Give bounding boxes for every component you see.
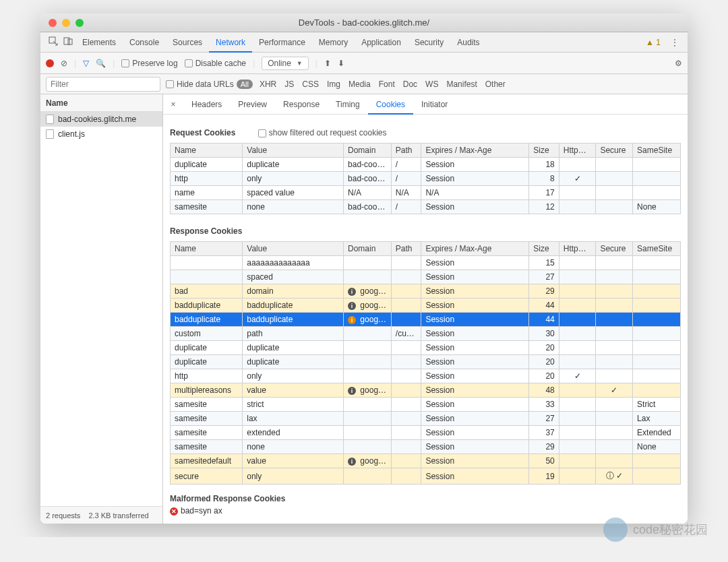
col-header[interactable]: HttpO… (559, 144, 596, 158)
tab-memory[interactable]: Memory (312, 32, 355, 53)
filter-type-img[interactable]: Img (327, 80, 340, 89)
filter-type-other[interactable]: Other (485, 80, 506, 89)
filter-input[interactable] (46, 77, 160, 92)
col-header[interactable]: Value (243, 144, 344, 158)
disable-cache-checkbox[interactable]: Disable cache (185, 59, 246, 68)
col-header[interactable]: SameSite (633, 144, 681, 158)
request-item[interactable]: client.js (40, 127, 162, 142)
inspect-icon[interactable] (46, 36, 61, 48)
cookie-row[interactable]: spacedSession27 (171, 270, 681, 284)
tab-network[interactable]: Network (209, 32, 252, 53)
tab-console[interactable]: Console (123, 32, 166, 53)
cookie-row[interactable]: duplicateduplicateSession20 (171, 355, 681, 369)
col-header[interactable]: Expires / Max-Age (421, 242, 529, 256)
device-toggle-icon[interactable] (61, 36, 75, 48)
tab-performance[interactable]: Performance (252, 32, 312, 53)
close-details-icon[interactable]: × (163, 100, 183, 109)
col-header[interactable]: SameSite (633, 242, 681, 256)
subtab-initiator[interactable]: Initiator (413, 94, 456, 115)
filter-type-doc[interactable]: Doc (403, 80, 417, 89)
col-header[interactable]: Path (391, 242, 421, 256)
cookie-row[interactable]: samesitedefaultvaluei googl…Session50 (171, 454, 681, 468)
upload-har-icon[interactable]: ⬆ (324, 59, 331, 68)
cookie-row[interactable]: custompath/cu…Session30 (171, 327, 681, 341)
cookie-row[interactable]: samesitenonebad-coo…/Session12None (171, 200, 681, 214)
cookie-row[interactable]: samesitenoneSession29None (171, 440, 681, 454)
throttling-select[interactable]: Online▼ (262, 57, 309, 70)
tab-application[interactable]: Application (355, 32, 408, 53)
show-filtered-checkbox[interactable]: show filtered out request cookies (258, 128, 387, 137)
watermark: code秘密花园 (603, 518, 708, 537)
col-header[interactable]: Name (171, 242, 243, 256)
info-icon: i (348, 302, 356, 310)
col-header[interactable]: Path (391, 144, 421, 158)
cookie-row[interactable]: duplicateduplicateSession20 (171, 341, 681, 355)
info-icon: i (348, 458, 356, 466)
filter-bar: Hide data URLs All XHRJSCSSImgMediaFontD… (40, 74, 688, 94)
maximize-window-icon[interactable] (75, 19, 84, 27)
close-window-icon[interactable] (49, 19, 57, 27)
record-button[interactable] (46, 59, 54, 67)
tab-audits[interactable]: Audits (450, 32, 486, 53)
cookie-row[interactable]: multiplereasonsvaluei googl…Session48✓ (171, 383, 681, 398)
filter-type-media[interactable]: Media (348, 80, 371, 89)
filter-type-js[interactable]: JS (284, 80, 294, 89)
titlebar: DevTools - bad-cookies.glitch.me/ (40, 13, 688, 32)
preserve-log-checkbox[interactable]: Preserve log (121, 59, 177, 68)
col-header[interactable]: Domain (344, 144, 392, 158)
cookie-row[interactable]: secureonlySession19ⓘ ✓ (171, 468, 681, 485)
request-cookies-table[interactable]: NameValueDomainPathExpires / Max-AgeSize… (170, 143, 681, 214)
tab-security[interactable]: Security (408, 32, 450, 53)
file-icon (46, 129, 54, 139)
cookie-row[interactable]: httponlySession20✓ (171, 369, 681, 383)
filter-type-font[interactable]: Font (379, 80, 395, 89)
col-header[interactable]: Size (529, 242, 559, 256)
col-header[interactable]: HttpO… (559, 242, 596, 256)
response-cookies-header: Response Cookies (170, 226, 681, 236)
cookie-row[interactable]: aaaaaaaaaaaaaaSession15 (171, 256, 681, 270)
settings-icon[interactable]: ⚙ (675, 59, 682, 68)
subtab-timing[interactable]: Timing (328, 94, 368, 115)
cookie-row[interactable]: samesitelaxSession27Lax (171, 412, 681, 426)
col-header[interactable]: Secure (596, 242, 633, 256)
filter-toggle-icon[interactable]: ▽ (83, 59, 89, 68)
hide-data-urls-checkbox[interactable]: Hide data URLs (166, 80, 234, 89)
subtab-cookies[interactable]: Cookies (368, 94, 413, 115)
search-icon[interactable]: 🔍 (96, 59, 106, 68)
filter-type-manifest[interactable]: Manifest (446, 80, 477, 89)
subtab-preview[interactable]: Preview (230, 94, 275, 115)
col-header[interactable]: Expires / Max-Age (421, 144, 529, 158)
col-header[interactable]: Value (243, 242, 344, 256)
subtab-headers[interactable]: Headers (183, 94, 230, 115)
cookie-row[interactable]: badduplicatebadduplicatei googl…Session4… (171, 313, 681, 327)
tab-sources[interactable]: Sources (166, 32, 209, 53)
cookie-row[interactable]: duplicateduplicatebad-coo…/Session18 (171, 158, 681, 172)
cookie-row[interactable]: badduplicatebadduplicatei googl…Session4… (171, 299, 681, 313)
cookie-row[interactable]: baddomaini googl…Session29 (171, 284, 681, 299)
col-header[interactable]: Name (171, 144, 243, 158)
clear-icon[interactable]: ⊘ (61, 59, 67, 68)
minimize-window-icon[interactable] (62, 19, 70, 27)
col-header[interactable]: Secure (596, 144, 633, 158)
download-har-icon[interactable]: ⬇ (338, 59, 344, 68)
request-item[interactable]: bad-cookies.glitch.me (40, 112, 162, 127)
cookie-row[interactable]: httponlybad-coo…/Session8✓ (171, 172, 681, 186)
wechat-logo-icon (603, 518, 628, 537)
filter-type-ws[interactable]: WS (425, 80, 438, 89)
filter-type-xhr[interactable]: XHR (260, 80, 276, 89)
filter-type-css[interactable]: CSS (302, 80, 319, 89)
tab-elements[interactable]: Elements (75, 32, 123, 53)
warnings-badge[interactable]: ▲ 1 (646, 38, 661, 47)
cookie-row[interactable]: namespaced valueN/AN/AN/A17 (171, 186, 681, 200)
info-icon: i (348, 316, 356, 324)
subtab-response[interactable]: Response (275, 94, 328, 115)
cookie-row[interactable]: samesiteextendedSession37Extended (171, 426, 681, 440)
filter-all[interactable]: All (237, 80, 253, 89)
window-title: DevTools - bad-cookies.glitch.me/ (40, 18, 688, 28)
response-cookies-table[interactable]: NameValueDomainPathExpires / Max-AgeSize… (170, 241, 681, 485)
info-icon: i (348, 288, 356, 296)
col-header[interactable]: Size (529, 144, 559, 158)
col-header[interactable]: Domain (344, 242, 392, 256)
cookie-row[interactable]: samesitestrictSession33Strict (171, 398, 681, 412)
more-icon[interactable]: ⋮ (667, 38, 682, 47)
